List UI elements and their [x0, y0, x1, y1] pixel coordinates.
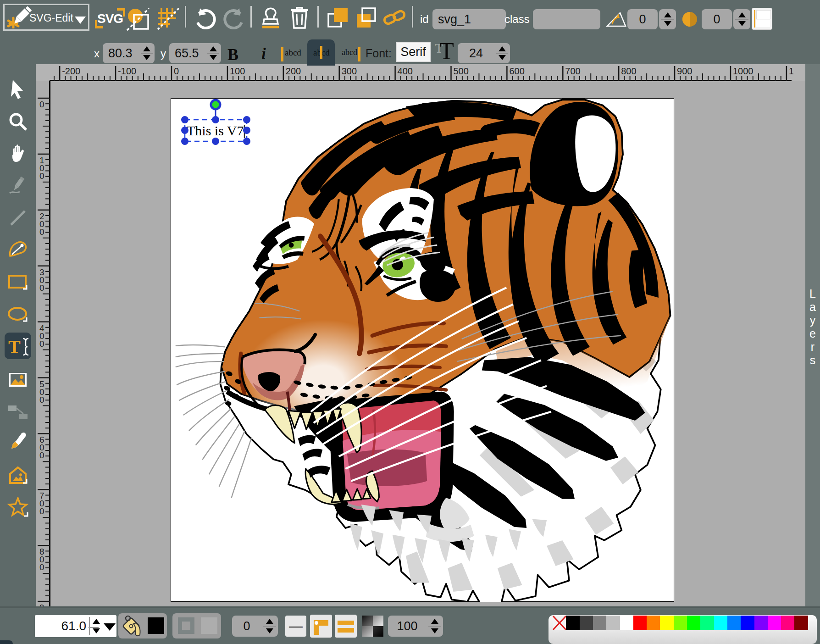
- svg-text:-200: -200: [62, 66, 80, 76]
- svg-text:700: 700: [565, 66, 580, 76]
- svg-text:0: 0: [39, 171, 44, 181]
- svg-text:0: 0: [174, 66, 179, 76]
- svg-text:0: 0: [39, 100, 44, 109]
- svg-text:0: 0: [39, 339, 44, 349]
- svg-text:This is V7: This is V7: [187, 123, 244, 138]
- svg-text:100: 100: [230, 66, 245, 76]
- svg-text:0: 0: [39, 506, 44, 516]
- svg-text:0: 0: [39, 450, 44, 460]
- svg-text:200: 200: [286, 66, 301, 76]
- svg-text:900: 900: [677, 66, 692, 76]
- svg-text:0: 0: [39, 395, 44, 405]
- svg-text:0: 0: [39, 283, 44, 293]
- svg-text:-100: -100: [118, 66, 136, 76]
- svg-text:1100: 1100: [789, 66, 793, 76]
- svg-text:800: 800: [621, 66, 636, 76]
- svg-text:300: 300: [342, 66, 357, 76]
- svg-text:400: 400: [398, 66, 413, 76]
- svg-text:0: 0: [39, 562, 44, 572]
- svg-text:0: 0: [39, 227, 44, 237]
- svg-text:600: 600: [509, 66, 524, 76]
- svg-text:1000: 1000: [733, 66, 754, 76]
- svg-text:500: 500: [454, 66, 469, 76]
